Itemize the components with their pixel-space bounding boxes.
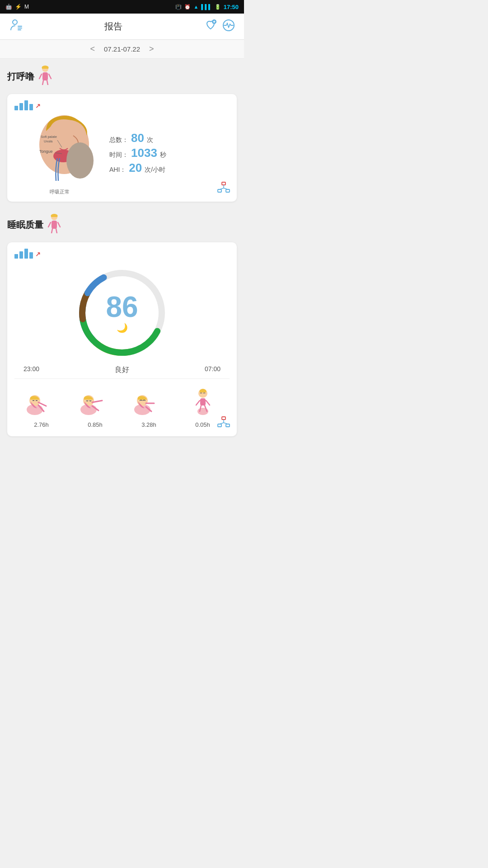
stat-duration: 时间： 1033 秒 (109, 147, 230, 159)
phone-vibrate-icon: 📳 (175, 4, 182, 10)
stage-3-value: 3.28h (141, 421, 156, 428)
svg-line-9 (49, 74, 51, 79)
stat-total-value: 80 (131, 132, 144, 144)
heart-device-icon[interactable] (204, 19, 217, 34)
stat-ahi: AHI： 20 次/小时 (109, 162, 230, 174)
pulse-icon[interactable] (222, 19, 235, 34)
sleep-score-center: 86 🌙 (106, 292, 138, 333)
person-list-icon[interactable] (9, 18, 23, 35)
svg-point-0 (13, 20, 17, 24)
sleep-stage-3: 3.28h (133, 383, 165, 428)
sleep-chart-trend-icon: ↗ (35, 250, 41, 258)
svg-rect-62 (226, 424, 230, 427)
status-bar: 🤖 ⚡ M 📳 ⏰ ▲ ▌▌▌ 🔋 17:50 (0, 0, 244, 14)
sleep-stage-2: 0.85h (80, 383, 111, 428)
svg-line-32 (56, 229, 57, 233)
signal-icon: ▌▌▌ (201, 4, 211, 9)
svg-line-30 (58, 222, 60, 227)
nav-icons (204, 19, 235, 34)
stat-ahi-unit: 次/小时 (145, 166, 165, 174)
stage-2-figure (80, 383, 111, 420)
status-bar-right: 📳 ⏰ ▲ ▌▌▌ 🔋 17:50 (175, 4, 239, 10)
svg-line-10 (42, 80, 43, 85)
android-icon: 🤖 (5, 4, 12, 10)
svg-line-65 (224, 423, 228, 424)
top-nav: 报告 (0, 14, 244, 40)
sleep-stages: 2.76h 0.85h (14, 378, 230, 430)
snoring-card: ↗ Tongue (7, 94, 237, 202)
gmail-icon: M (24, 4, 29, 10)
svg-rect-22 (218, 189, 221, 192)
stat-duration-value: 1033 (131, 147, 157, 159)
stage-1-value: 2.76h (34, 421, 49, 428)
snoring-stats: 总数： 80 次 时间： 1033 秒 AHI： 20 次/小时 (109, 132, 230, 177)
sleep-emoji (46, 213, 62, 236)
moon-icon: 🌙 (106, 322, 138, 333)
wifi-icon: ▲ (193, 4, 198, 9)
svg-text:Uvula: Uvula (44, 139, 53, 143)
stage-4-figure (187, 383, 219, 420)
status-bar-left: 🤖 ⚡ M (5, 4, 29, 10)
stage-1-figure (26, 383, 57, 420)
sleep-time-row: 23:00 良好 07:00 (14, 365, 230, 375)
snoring-emoji (37, 65, 53, 88)
svg-text:Tongue: Tongue (39, 149, 53, 154)
prev-date-button[interactable]: < (90, 44, 95, 54)
stage-3-figure (133, 383, 165, 420)
svg-rect-61 (218, 424, 221, 427)
time-display: 17:50 (224, 4, 239, 10)
stat-total: 总数： 80 次 (109, 132, 230, 144)
svg-rect-7 (42, 72, 48, 80)
snoring-section-header: 打呼噜 (0, 59, 244, 90)
battery-icon: 🔋 (215, 4, 221, 10)
svg-rect-60 (222, 417, 225, 420)
next-date-button[interactable]: > (149, 44, 154, 54)
chart-trend-icon: ↗ (35, 102, 41, 109)
anatomy-illustration: Tongue Soft palate Uvula 呼吸正常 (14, 113, 105, 195)
svg-rect-21 (222, 182, 225, 185)
sleep-stage-4: 0.05h (187, 383, 219, 428)
sleep-quality-label: 良好 (115, 365, 129, 375)
svg-line-56 (196, 401, 200, 405)
stat-total-unit: 次 (147, 136, 153, 144)
svg-line-29 (48, 222, 51, 227)
stage-4-value: 0.05h (195, 421, 210, 428)
sleep-network-icon[interactable] (217, 415, 230, 431)
sleep-chart-icon[interactable]: ↗ (14, 249, 230, 259)
sleep-score-value: 86 (106, 292, 138, 321)
svg-line-8 (39, 74, 42, 79)
stat-duration-unit: 秒 (160, 151, 166, 159)
svg-rect-23 (226, 189, 230, 192)
svg-rect-28 (52, 221, 57, 229)
stat-ahi-value: 20 (129, 162, 142, 174)
svg-line-64 (220, 423, 224, 424)
snoring-content: Tongue Soft palate Uvula 呼吸正常 (14, 113, 230, 195)
sleep-title: 睡眠质量 (7, 219, 43, 231)
alarm-icon: ⏰ (184, 4, 191, 10)
page-title: 报告 (104, 20, 122, 33)
svg-rect-55 (200, 398, 206, 406)
svg-line-26 (224, 188, 228, 189)
snoring-chart-icon[interactable]: ↗ (14, 100, 230, 110)
stage-2-value: 0.85h (88, 421, 103, 428)
svg-line-11 (47, 80, 48, 85)
stat-duration-label: 时间： (109, 151, 128, 159)
stat-total-label: 总数： (109, 136, 128, 144)
anatomy-label: 呼吸正常 (14, 189, 105, 195)
date-range-label: 07.21-07.22 (104, 45, 140, 53)
svg-line-25 (220, 188, 224, 189)
stat-ahi-label: AHI： (109, 166, 126, 174)
svg-point-20 (66, 142, 94, 179)
svg-text:Soft palate: Soft palate (41, 135, 57, 139)
sleep-section-header: 睡眠质量 (0, 207, 244, 239)
snoring-title: 打呼噜 (7, 71, 34, 83)
network-icon[interactable] (217, 180, 230, 196)
sleep-card: ↗ 86 🌙 23:00 良好 07:00 (7, 242, 237, 436)
date-nav: < 07.21-07.22 > (0, 40, 244, 59)
sleep-score-circle: 86 🌙 (14, 263, 230, 363)
svg-line-57 (206, 401, 210, 405)
svg-point-16 (62, 154, 65, 158)
sleep-start-time: 23:00 (23, 365, 39, 375)
usb-icon: ⚡ (15, 4, 22, 10)
sleep-stage-1: 2.76h (26, 383, 57, 428)
